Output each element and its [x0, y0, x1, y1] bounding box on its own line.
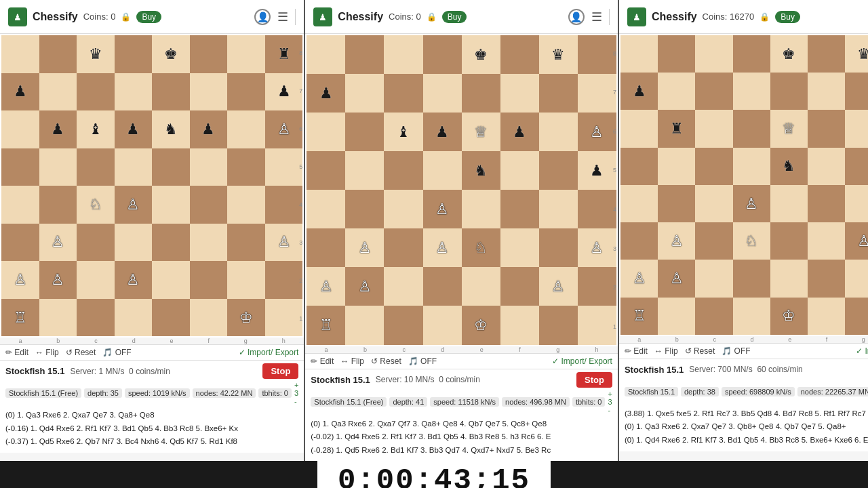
cell-3-7-4[interactable]: ♔	[770, 298, 808, 335]
reset-button-1[interactable]: ↺ Reset	[66, 348, 96, 357]
cell-1-3-7[interactable]	[265, 148, 303, 186]
off-button-3[interactable]: 🎵 OFF	[722, 346, 750, 356]
cell-2-2-1[interactable]	[345, 113, 384, 151]
cell-2-0-6[interactable]: ♛	[539, 35, 578, 74]
cell-3-7-6[interactable]	[845, 298, 868, 335]
cell-3-1-1[interactable]	[658, 73, 695, 110]
cell-3-5-1[interactable]: ♙	[658, 222, 695, 260]
cell-1-3-1[interactable]	[39, 148, 77, 186]
cell-1-1-5[interactable]	[190, 73, 228, 111]
cell-1-2-6[interactable]	[227, 110, 265, 148]
cell-2-6-3[interactable]	[423, 267, 462, 306]
cell-3-6-4[interactable]	[770, 260, 808, 297]
cell-3-7-5[interactable]	[808, 298, 845, 335]
cell-1-6-2[interactable]	[77, 261, 115, 299]
cell-2-6-5[interactable]	[500, 267, 539, 306]
cell-1-6-3[interactable]: ♙	[115, 261, 153, 299]
cell-2-7-0[interactable]: ♖	[307, 306, 345, 344]
cell-3-0-1[interactable]	[658, 35, 695, 73]
cell-3-4-3[interactable]: ♙	[733, 185, 770, 222]
cell-1-1-7[interactable]: ♟	[265, 73, 303, 111]
cell-1-5-5[interactable]	[190, 224, 228, 262]
cell-1-6-7[interactable]	[265, 261, 303, 299]
move-line-1-0[interactable]: (0) 1. Qa3 Rxe6 2. Qxa7 Qe7 3. Qa8+ Qe8	[5, 409, 298, 422]
cell-1-5-6[interactable]	[227, 224, 265, 262]
chess-board-2[interactable]: ♚♛♟♝♟♕♟♙♞♟♙♙♙♘♙♙♙♙♖♔	[307, 35, 616, 345]
cell-3-4-2[interactable]	[695, 185, 732, 222]
cell-1-7-3[interactable]	[115, 299, 153, 337]
cell-3-1-3[interactable]	[733, 73, 770, 110]
cell-2-1-7[interactable]	[578, 74, 616, 113]
move-line-3-0[interactable]: (3.88) 1. Qxe5 fxe5 2. Rf1 Rc7 3. Bb5 Qd…	[625, 407, 868, 421]
stop-button-2[interactable]: Stop	[576, 372, 612, 388]
cell-1-4-2[interactable]: ♘	[77, 186, 115, 224]
cell-2-2-4[interactable]: ♕	[462, 113, 500, 151]
cell-3-3-1[interactable]	[658, 148, 695, 185]
cell-3-0-6[interactable]: ♛	[845, 35, 868, 73]
cell-3-4-6[interactable]	[845, 185, 868, 222]
cell-3-6-0[interactable]: ♙	[620, 260, 658, 297]
cell-2-1-4[interactable]	[462, 74, 500, 113]
cell-3-4-0[interactable]	[620, 185, 658, 222]
cell-1-4-3[interactable]: ♙	[115, 186, 153, 224]
move-line-3-2[interactable]: (0) 1. Qd4 Rxe6 2. Rf1 Kf7 3. Bd1 Qb5 4.…	[625, 434, 868, 447]
cell-2-4-5[interactable]	[500, 190, 539, 228]
cell-2-3-3[interactable]	[423, 151, 462, 190]
edit-button-3[interactable]: ✏ Edit	[625, 346, 648, 356]
cell-3-2-4[interactable]: ♕	[770, 110, 808, 147]
flip-button-2[interactable]: ↔ Flip	[340, 357, 364, 366]
cell-3-7-0[interactable]: ♖	[620, 298, 658, 335]
cell-2-4-3[interactable]: ♙	[423, 190, 462, 228]
cell-2-6-6[interactable]: ♙	[539, 267, 578, 306]
cell-3-6-1[interactable]: ♙	[658, 260, 695, 297]
cell-3-6-3[interactable]	[733, 260, 770, 297]
cell-2-5-6[interactable]	[539, 228, 578, 267]
cell-1-1-6[interactable]	[227, 73, 265, 111]
cell-2-2-3[interactable]: ♟	[423, 113, 462, 151]
menu-icon-2[interactable]: ☰	[591, 9, 602, 24]
cell-2-2-5[interactable]: ♟	[500, 113, 539, 151]
cell-1-2-0[interactable]	[1, 110, 39, 148]
buy-button-2[interactable]: Buy	[442, 11, 467, 23]
cell-2-6-0[interactable]: ♙	[307, 267, 345, 306]
engine-tag-plus-1[interactable]: + 3 -	[294, 381, 298, 405]
cell-2-2-0[interactable]	[307, 113, 345, 151]
cell-1-0-2[interactable]: ♛	[77, 35, 115, 73]
cell-3-1-6[interactable]	[845, 73, 868, 110]
chess-board-3[interactable]: ♚♛♟♟♜♕♞♟♙♙♘♙♙♙♙♖♔	[620, 35, 868, 335]
cell-2-3-1[interactable]	[345, 151, 384, 190]
cell-2-1-0[interactable]: ♟	[307, 74, 345, 113]
cell-3-0-4[interactable]: ♚	[770, 35, 808, 73]
cell-1-5-2[interactable]	[77, 224, 115, 262]
cell-1-5-0[interactable]	[1, 224, 39, 262]
cell-1-6-4[interactable]	[152, 261, 190, 299]
cell-2-3-5[interactable]	[500, 151, 539, 190]
cell-1-0-1[interactable]	[39, 35, 77, 73]
cell-1-2-5[interactable]: ♟	[190, 110, 228, 148]
cell-3-3-5[interactable]	[808, 148, 845, 185]
cell-2-5-7[interactable]: ♙	[578, 228, 616, 267]
move-line-2-0[interactable]: (0) 1. Qa3 Rxe6 2. Qxa7 Qf7 3. Qa8+ Qe8 …	[311, 418, 612, 431]
cell-2-0-7[interactable]	[578, 35, 616, 74]
cell-1-0-5[interactable]	[190, 35, 228, 73]
cell-2-7-4[interactable]: ♔	[462, 306, 500, 344]
flip-button-1[interactable]: ↔ Flip	[35, 348, 59, 357]
cell-3-1-5[interactable]	[808, 73, 845, 110]
cell-3-6-5[interactable]	[808, 260, 845, 297]
cell-2-7-6[interactable]	[539, 306, 578, 344]
cell-3-3-4[interactable]: ♞	[770, 148, 808, 185]
cell-2-4-0[interactable]	[307, 190, 345, 228]
cell-1-1-1[interactable]	[39, 73, 77, 111]
cell-2-0-0[interactable]	[307, 35, 345, 74]
cell-1-0-0[interactable]	[1, 35, 39, 73]
cell-3-2-3[interactable]	[733, 110, 770, 147]
cell-1-4-5[interactable]	[190, 186, 228, 224]
cell-3-3-3[interactable]	[733, 148, 770, 185]
account-icon-1[interactable]: 👤	[254, 9, 271, 25]
cell-1-2-1[interactable]: ♟	[39, 110, 77, 148]
cell-3-1-4[interactable]	[770, 73, 808, 110]
cell-3-5-3[interactable]: ♘	[733, 222, 770, 260]
cell-1-4-7[interactable]	[265, 186, 303, 224]
cell-2-4-4[interactable]	[462, 190, 500, 228]
edit-button-1[interactable]: ✏ Edit	[5, 348, 28, 357]
